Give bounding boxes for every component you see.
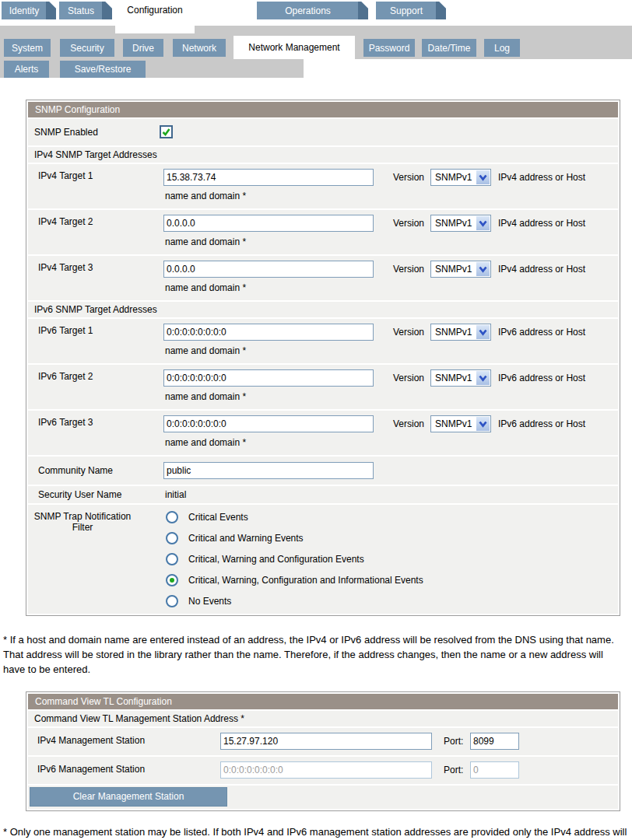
snmp-configuration-table: SNMP Configuration SNMP Enabled IPv4 SNM… (26, 100, 620, 616)
community-name-input[interactable] (163, 462, 374, 479)
snmp-version-select[interactable]: SNMPv1 (430, 169, 491, 186)
tab-operations[interactable]: Operations (257, 2, 368, 19)
snmp-enabled-label: SNMP Enabled (34, 127, 98, 138)
snmp-ipv6-subheader: IPv6 SNMP Target Addresses (28, 302, 618, 317)
snmp-target-row: IPv4 Target 2 name and domain * Version … (28, 210, 618, 254)
target-hint-right: IPv4 address or Host (498, 264, 585, 275)
snmp-target-row: IPv4 Target 1 name and domain * Version … (28, 164, 618, 208)
tab-configuration[interactable]: Configuration (115, 2, 195, 33)
radio-label[interactable]: Critical, Warning and Configuration Even… (188, 554, 364, 565)
radio-button[interactable] (166, 595, 178, 607)
ipv4-port-input[interactable] (470, 733, 519, 750)
tab-label: Support (390, 5, 432, 16)
checkmark-icon (161, 127, 171, 137)
target-label: IPv4 Target 1 (38, 170, 93, 181)
snmp-version-select[interactable]: SNMPv1 (430, 261, 491, 278)
subtab-password[interactable]: Password (363, 39, 415, 57)
chevron-down-icon[interactable] (476, 371, 490, 385)
subtab-network[interactable]: Network (173, 39, 226, 57)
ipv6-management-station-input (220, 761, 432, 779)
tab-label: Status (68, 5, 104, 16)
snmp-footnote: * If a host and domain name are entered … (3, 633, 627, 677)
subtab-label: Alerts (15, 64, 39, 75)
radio-button[interactable] (166, 511, 178, 523)
subtab-label: Security (70, 43, 104, 54)
subtab-security[interactable]: Security (60, 39, 114, 57)
subtab-network-management[interactable]: Network Management (233, 36, 355, 59)
target-label: IPv6 Target 2 (38, 371, 93, 382)
chevron-down-icon[interactable] (476, 417, 490, 431)
chevron-down-icon[interactable] (476, 170, 490, 184)
radio-label[interactable]: No Events (188, 596, 231, 607)
radio-button[interactable] (166, 553, 178, 565)
radio-label[interactable]: Critical, Warning, Configuration and Inf… (188, 575, 423, 586)
snmp-enabled-checkbox[interactable] (160, 125, 173, 138)
cvtl-subheader: Command View TL Management Station Addre… (28, 711, 618, 726)
tab-label: Identity (9, 5, 49, 16)
tab-support[interactable]: Support (376, 2, 446, 19)
ipv6-port-input (470, 761, 519, 779)
subtab-alerts[interactable]: Alerts (4, 61, 49, 78)
ipv4-management-station-label: IPv4 Management Station (37, 735, 145, 746)
target-label: IPv4 Target 2 (38, 216, 93, 227)
clear-management-station-button[interactable]: Clear Management Station (30, 787, 227, 807)
target-address-input[interactable] (163, 169, 374, 186)
radio-button[interactable] (166, 574, 178, 586)
target-hint-below: name and domain * (165, 437, 246, 448)
trap-option[interactable]: Critical, Warning, Configuration and Inf… (166, 574, 423, 586)
subtab-date-time[interactable]: Date/Time (422, 39, 476, 57)
snmp-version-select[interactable]: SNMPv1 (430, 369, 491, 387)
snmp-version-select[interactable]: SNMPv1 (430, 415, 491, 432)
tab-identity[interactable]: Identity (2, 2, 56, 19)
target-label: IPv6 Target 3 (38, 417, 93, 428)
chevron-down-icon[interactable] (476, 216, 490, 230)
subtab-log[interactable]: Log (484, 39, 520, 57)
snmp-target-row: IPv6 Target 1 name and domain * Version … (28, 319, 618, 363)
subtab-drive[interactable]: Drive (123, 39, 163, 57)
snmp-community-row: Community Name (28, 457, 618, 485)
target-hint-right: IPv6 address or Host (498, 327, 585, 338)
version-value: SNMPv1 (435, 416, 472, 432)
snmp-target-row: IPv6 Target 3 name and domain * Version … (28, 411, 618, 455)
radio-label[interactable]: Critical and Warning Events (188, 533, 304, 544)
tab-label: Operations (285, 5, 340, 16)
target-address-input[interactable] (163, 261, 374, 278)
trap-option[interactable]: Critical Events (166, 511, 248, 523)
community-name-label: Community Name (38, 465, 113, 476)
subheader-text: IPv4 SNMP Target Addresses (34, 149, 157, 160)
subtab-system[interactable]: System (4, 39, 51, 57)
target-hint-below: name and domain * (165, 391, 246, 402)
trap-option[interactable]: Critical, Warning and Configuration Even… (166, 553, 364, 565)
target-address-input[interactable] (163, 215, 374, 232)
ipv4-management-station-input[interactable] (220, 733, 432, 750)
port-label: Port: (444, 765, 463, 775)
target-hint-right: IPv4 address or Host (498, 172, 585, 183)
target-address-input[interactable] (163, 369, 374, 387)
subtab-label: Network Management (248, 42, 339, 53)
snmp-enabled-row: SNMP Enabled (28, 119, 618, 145)
snmp-target-row: IPv6 Target 2 name and domain * Version … (28, 365, 618, 409)
radio-button[interactable] (166, 532, 178, 544)
subtab-label: Save/Restore (75, 64, 132, 75)
version-label: Version (387, 373, 424, 383)
header-tab-area: Identity Status Configuration Operations… (0, 0, 632, 78)
version-value: SNMPv1 (435, 370, 472, 386)
security-user-name-value: initial (165, 489, 186, 500)
radio-label[interactable]: Critical Events (188, 512, 248, 523)
tab-status[interactable]: Status (59, 2, 112, 19)
target-hint-below: name and domain * (165, 282, 246, 293)
snmp-section-header: SNMP Configuration (28, 102, 618, 117)
snmp-version-select[interactable]: SNMPv1 (430, 324, 491, 341)
subtab-save-restore[interactable]: Save/Restore (60, 61, 146, 78)
trap-option[interactable]: Critical and Warning Events (166, 532, 304, 544)
target-address-input[interactable] (163, 415, 374, 432)
target-address-input[interactable] (163, 324, 374, 341)
chevron-down-icon[interactable] (476, 262, 490, 276)
snmp-trap-filter-row: SNMP Trap Notification Filter Critical E… (28, 505, 618, 614)
subtab-label: System (12, 43, 43, 54)
chevron-down-icon[interactable] (476, 325, 490, 339)
version-label: Version (387, 218, 424, 229)
snmp-version-select[interactable]: SNMPv1 (430, 215, 491, 232)
trap-option[interactable]: No Events (166, 595, 231, 607)
snmp-security-user-row: Security User Name initial (28, 486, 618, 503)
